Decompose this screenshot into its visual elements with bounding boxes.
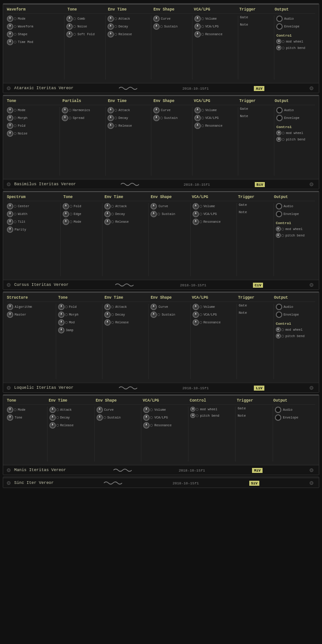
- m-vca-vcalpg-knob[interactable]: [143, 414, 150, 421]
- m-control-modwheel-knob[interactable]: [190, 407, 195, 412]
- b-vca-resonance-knob[interactable]: [194, 123, 201, 129]
- l-tone-morph-knob[interactable]: [58, 311, 64, 318]
- b-envelope-jack[interactable]: [276, 115, 283, 121]
- m-envtime-attack-knob[interactable]: [49, 407, 56, 413]
- l-control-modwheel-knob[interactable]: [276, 327, 281, 332]
- waveform-mode-knob[interactable]: [7, 16, 13, 22]
- control-pitchbend-knob[interactable]: [276, 45, 281, 50]
- tone-noise-knob[interactable]: [66, 23, 73, 30]
- m-envelope-jack[interactable]: [275, 414, 281, 421]
- tone-section-title: Tone: [68, 7, 108, 12]
- b-trigger-note: Note: [240, 114, 273, 118]
- l-tone-3amp-knob[interactable]: [58, 327, 64, 333]
- c-tone-fold-knob[interactable]: [63, 203, 69, 209]
- vca-vcalpg-knob[interactable]: [194, 23, 201, 30]
- l-vca-volume-knob[interactable]: [193, 304, 199, 310]
- l-vca-resonance-knob[interactable]: [193, 319, 199, 326]
- envtime-attack-knob[interactable]: [107, 16, 114, 22]
- control-modwheel-knob[interactable]: [276, 39, 281, 44]
- b-vca-vcalpg-knob[interactable]: [194, 115, 201, 121]
- envtime-decay-knob[interactable]: [107, 23, 114, 30]
- m-vca-volume-knob[interactable]: [143, 407, 150, 413]
- l-envshape-sustain-knob[interactable]: [150, 311, 157, 318]
- c-envelope-jack[interactable]: [276, 211, 282, 217]
- waveform-shape-knob[interactable]: [7, 31, 13, 38]
- b-partials-spread-knob[interactable]: [62, 115, 68, 121]
- m-control-pitchbend-knob[interactable]: [190, 413, 195, 418]
- c-tone-mode-knob[interactable]: [63, 219, 69, 225]
- c-envtime-attack-knob[interactable]: [104, 203, 111, 209]
- b-tone-morph-knob[interactable]: [7, 115, 13, 121]
- b-envtime-decay-knob[interactable]: [107, 115, 114, 121]
- module-5-waveform: [113, 467, 132, 473]
- c-envtime-decay-knob[interactable]: [104, 211, 111, 217]
- audio-jack[interactable]: [276, 16, 283, 22]
- b-envtime-attack-knob[interactable]: [107, 107, 114, 113]
- c-spectrum-width-knob[interactable]: [7, 211, 13, 217]
- b-control-pitchbend-knob[interactable]: [276, 137, 281, 142]
- l-envtime-release-knob[interactable]: [104, 319, 111, 326]
- b-partials-harmonics-knob[interactable]: [62, 107, 68, 113]
- m-envshape-curve-knob[interactable]: [97, 407, 103, 413]
- m-envtime-release-knob[interactable]: [49, 422, 56, 429]
- b-tone-noise-knob[interactable]: [7, 130, 13, 137]
- b-audio-jack[interactable]: [276, 107, 283, 113]
- b-envtime-attack-row: Attack: [107, 107, 149, 113]
- c-audio-jack[interactable]: [276, 203, 282, 209]
- b-vca-volume-knob[interactable]: [194, 107, 201, 113]
- envshape-sustain-knob[interactable]: [153, 23, 160, 30]
- c-control-pitchbend-knob[interactable]: [276, 233, 281, 238]
- m-envtime-decay-knob[interactable]: [49, 414, 56, 421]
- b-tone-mode-knob[interactable]: [7, 107, 13, 113]
- envtime-attack-label: Attack: [118, 17, 130, 21]
- vca-vcalpg-label: VCA/LPG: [205, 25, 219, 28]
- b-envshape-sustain-knob[interactable]: [153, 115, 160, 121]
- l-vca-vcalpg-knob[interactable]: [193, 311, 199, 318]
- c-vca-title: VCA/LPG: [192, 195, 238, 199]
- waveform-waveform-knob[interactable]: [7, 23, 13, 30]
- waveform-timemod-knob[interactable]: [7, 39, 13, 45]
- control-modwheel-label: mod wheel: [286, 40, 303, 43]
- envshape-curve-knob[interactable]: [153, 16, 160, 22]
- c-envshape-sustain-knob[interactable]: [150, 211, 157, 217]
- l-tone-mod-knob[interactable]: [58, 319, 64, 326]
- b-partials-spread-led: [69, 117, 71, 119]
- c-control-modwheel-knob[interactable]: [276, 226, 281, 231]
- c-vca-resonance-knob[interactable]: [193, 219, 199, 225]
- l-control-pitchbend-knob[interactable]: [276, 333, 281, 338]
- l-envtime-attack-knob[interactable]: [104, 304, 111, 310]
- vca-volume-knob[interactable]: [194, 16, 201, 22]
- m-output-audio: Audio: [275, 407, 313, 413]
- l-envshape-curve-knob[interactable]: [150, 304, 157, 310]
- c-vca-vcalpg-knob[interactable]: [193, 211, 199, 217]
- tone-comb-knob[interactable]: [66, 16, 73, 22]
- b-envshape-curve-knob[interactable]: [153, 107, 160, 113]
- m-tone-mode-knob[interactable]: [7, 407, 13, 413]
- l-audio-jack[interactable]: [276, 304, 282, 310]
- c-spectrum-parity-knob[interactable]: [7, 226, 13, 233]
- c-tone-edge-knob[interactable]: [63, 211, 69, 217]
- tone-softfold-knob[interactable]: [66, 31, 73, 38]
- c-envshape-curve-knob[interactable]: [150, 203, 157, 209]
- b-control-modwheel-knob[interactable]: [276, 130, 281, 135]
- l-structure-master-knob[interactable]: [7, 311, 13, 318]
- l-envtime-decay-knob[interactable]: [104, 311, 111, 318]
- c-envtime-release-knob[interactable]: [104, 219, 111, 225]
- m-vca-resonance-knob[interactable]: [143, 422, 150, 429]
- c-vca-volume-knob[interactable]: [193, 203, 199, 209]
- envelope-jack[interactable]: [276, 23, 283, 30]
- l-envelope-jack[interactable]: [276, 311, 282, 318]
- l-tone-fold-knob[interactable]: [58, 304, 64, 310]
- c-spectrum-tilt-knob[interactable]: [7, 219, 13, 225]
- m-tone-tone-knob[interactable]: [7, 414, 13, 421]
- m-audio-jack[interactable]: [275, 407, 281, 413]
- l-structure-algo-knob[interactable]: [7, 304, 13, 310]
- c-spectrum-center-knob[interactable]: [7, 203, 13, 209]
- m-envshape-sustain-knob[interactable]: [97, 414, 103, 421]
- b-tone-fold-knob[interactable]: [7, 123, 13, 129]
- b-envtime-release-knob[interactable]: [107, 123, 114, 129]
- module-2-name: Basimilus Iteritas Vereor: [14, 182, 76, 187]
- envtime-release-knob[interactable]: [107, 31, 114, 38]
- envtime-attack-led: [114, 17, 117, 20]
- vca-resonance-knob[interactable]: [194, 31, 201, 38]
